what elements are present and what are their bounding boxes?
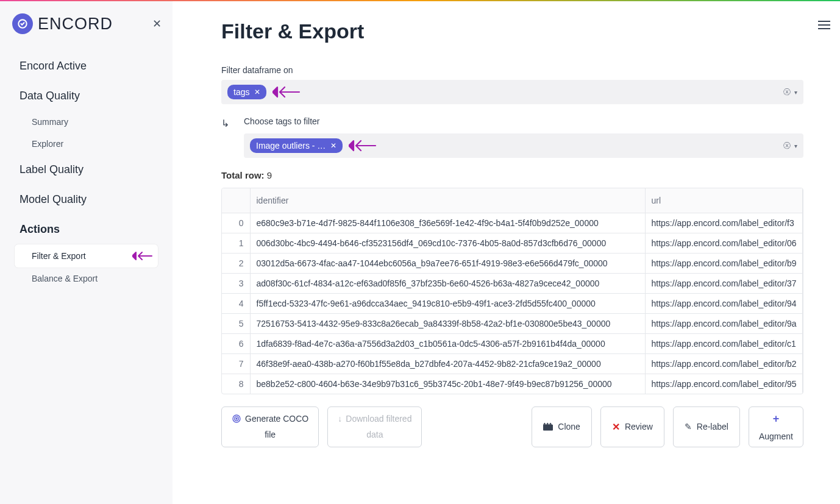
chip-remove-icon[interactable]: ✕ xyxy=(254,88,260,96)
movie-icon xyxy=(543,422,553,431)
main-content: Filter & Export Filter dataframe on tags… xyxy=(173,1,840,504)
table-row[interactable]: 0e680c9e3-b71e-4d7f-9825-844f1106e308_f3… xyxy=(222,213,803,233)
sidebar-nav: Encord Active Data Quality Summary Explo… xyxy=(0,51,173,289)
col-header-index[interactable] xyxy=(222,188,250,213)
filter-label: Filter dataframe on xyxy=(221,65,803,75)
table-row[interactable]: 746f38e9f-aea0-438b-a270-f60b1f55e8da_b2… xyxy=(222,353,803,374)
sidebar-item-actions[interactable]: Actions xyxy=(15,215,158,244)
row-url: https://app.encord.com/label_editor/9a xyxy=(645,313,803,333)
filter-dropdown-icon[interactable]: ▾ xyxy=(794,89,797,96)
page-title: Filter & Export xyxy=(221,20,803,43)
row-url: https://app.encord.com/label_editor/f3 xyxy=(645,213,803,233)
generate-coco-button[interactable]: Generate COCO file xyxy=(221,406,319,448)
row-index: 6 xyxy=(222,333,250,353)
row-identifier: e680c9e3-b71e-4d7f-9825-844f1106e308_f36… xyxy=(250,213,645,233)
table-row[interactable]: 4f5ff1ecd-5323-47fc-9e61-a96dcca34aec_94… xyxy=(222,293,803,313)
row-index: 4 xyxy=(222,293,250,313)
row-identifier: ad08f30c-61cf-4834-a12c-ef63ad0f85f6_37b… xyxy=(250,273,645,293)
total-label: Total row: xyxy=(221,170,265,180)
results-table: identifier url 0e680c9e3-b71e-4d7f-9825-… xyxy=(221,188,803,394)
total-value: 9 xyxy=(267,170,272,180)
table-row[interactable]: 3ad08f30c-61cf-4834-a12c-ef63ad0f85f6_37… xyxy=(222,273,803,293)
btn-label: Review xyxy=(625,422,653,431)
x-icon: ✕ xyxy=(612,421,620,433)
btn-label-line1: Generate COCO xyxy=(245,413,308,424)
sidebar-item-filter-export[interactable]: Filter & Export xyxy=(15,244,158,268)
sidebar-item-balance-export[interactable]: Balance & Export xyxy=(15,268,158,289)
table-row[interactable]: 203012d5a-6673-4fac-aa47-1044ebc6056a_b9… xyxy=(222,253,803,273)
row-index: 0 xyxy=(222,213,250,233)
menu-icon[interactable] xyxy=(818,18,830,32)
svg-point-3 xyxy=(236,418,237,419)
btn-label-line2: file xyxy=(265,429,276,440)
tag-chip-image-outliers[interactable]: Image outliers - … ✕ xyxy=(250,138,343,153)
sidebar-item-label-quality[interactable]: Label Quality xyxy=(15,155,158,185)
logo: ENCORD xyxy=(0,13,173,51)
table-row[interactable]: 61dfa6839-f8ad-4e7c-a36a-a7556d3a2d03_c1… xyxy=(222,333,803,353)
col-header-url[interactable]: url xyxy=(645,188,803,213)
tags-dropdown-icon[interactable]: ▾ xyxy=(794,143,797,149)
row-url: https://app.encord.com/label_editor/b9 xyxy=(645,253,803,273)
table-row[interactable]: 1006d30bc-4bc9-4494-b646-cf3523156df4_06… xyxy=(222,233,803,253)
btn-label: Re-label xyxy=(697,422,728,431)
close-sidebar-icon[interactable]: ✕ xyxy=(152,17,162,30)
row-identifier: 72516753-5413-4432-95e9-833c8a26ecab_9a8… xyxy=(250,313,645,333)
indent-arrow-icon: ↳ xyxy=(221,116,229,129)
clear-tags-icon[interactable]: ⓧ xyxy=(783,141,791,151)
sidebar-item-label: Filter & Export xyxy=(32,251,86,261)
total-row-count: Total row: 9 xyxy=(221,170,803,180)
clear-filters-icon[interactable]: ⓧ xyxy=(783,87,791,98)
relabel-button[interactable]: ✎ Re-label xyxy=(673,406,740,448)
spiral-icon xyxy=(232,414,241,424)
svg-rect-4 xyxy=(543,425,553,431)
row-index: 1 xyxy=(222,233,250,253)
logo-text: ENCORD xyxy=(38,15,113,34)
callout-arrow-icon xyxy=(272,85,301,99)
chip-label: Image outliers - … xyxy=(256,141,326,151)
row-url: https://app.encord.com/label_editor/94 xyxy=(645,293,803,313)
row-index: 8 xyxy=(222,374,250,394)
sidebar-item-summary[interactable]: Summary xyxy=(15,111,158,133)
sidebar-item-model-quality[interactable]: Model Quality xyxy=(15,185,158,215)
download-icon: ↓ xyxy=(338,413,342,424)
row-index: 5 xyxy=(222,313,250,333)
actions-row: Generate COCO file ↓ Download filtered d… xyxy=(221,406,803,448)
row-identifier: 1dfa6839-f8ad-4e7c-a36a-a7556d3a2d03_c1b… xyxy=(250,333,645,353)
row-identifier: be8b2e52-c800-4604-b63e-34e9b97b31c6_95b… xyxy=(250,374,645,394)
btn-label-line1: Download filtered xyxy=(346,413,411,424)
row-identifier: f5ff1ecd-5323-47fc-9e61-a96dcca34aec_941… xyxy=(250,293,645,313)
row-url: https://app.encord.com/label_editor/37 xyxy=(645,273,803,293)
table-row[interactable]: 8be8b2e52-c800-4604-b63e-34e9b97b31c6_95… xyxy=(222,374,803,394)
row-url: https://app.encord.com/label_editor/95 xyxy=(645,374,803,394)
chip-remove-icon[interactable]: ✕ xyxy=(330,141,336,150)
row-index: 3 xyxy=(222,273,250,293)
sidebar: ENCORD ✕ Encord Active Data Quality Summ… xyxy=(0,1,173,504)
sidebar-item-encord-active[interactable]: Encord Active xyxy=(15,51,158,81)
callout-arrow-icon xyxy=(349,139,377,152)
table-header-row: identifier url xyxy=(222,188,803,213)
btn-label: Clone xyxy=(558,422,580,431)
review-button[interactable]: ✕ Review xyxy=(600,406,664,448)
table-row[interactable]: 572516753-5413-4432-95e9-833c8a26ecab_9a… xyxy=(222,313,803,333)
row-identifier: 006d30bc-4bc9-4494-b646-cf3523156df4_069… xyxy=(250,233,645,253)
row-url: https://app.encord.com/label_editor/06 xyxy=(645,233,803,253)
btn-label-line2: data xyxy=(366,429,383,440)
callout-arrow-icon xyxy=(132,250,153,261)
download-filtered-button[interactable]: ↓ Download filtered data xyxy=(327,406,422,448)
col-header-identifier[interactable]: identifier xyxy=(250,188,645,213)
row-identifier: 46f38e9f-aea0-438b-a270-f60b1f55e8da_b27… xyxy=(250,353,645,374)
btn-label: Augment xyxy=(759,431,793,442)
sidebar-item-explorer[interactable]: Explorer xyxy=(15,133,158,155)
row-url: https://app.encord.com/label_editor/b2 xyxy=(645,353,803,374)
row-url: https://app.encord.com/label_editor/c1 xyxy=(645,333,803,353)
choose-tags-label: Choose tags to filter xyxy=(244,116,803,126)
filter-chip-bar[interactable]: tags ✕ ⓧ ▾ xyxy=(221,80,803,104)
augment-button[interactable]: + Augment xyxy=(749,406,803,448)
row-identifier: 03012d5a-6673-4fac-aa47-1044ebc6056a_b9a… xyxy=(250,253,645,273)
tags-chip-bar[interactable]: Image outliers - … ✕ ⓧ ▾ xyxy=(244,133,803,158)
plus-icon: + xyxy=(773,412,780,426)
chip-label: tags xyxy=(233,87,249,97)
clone-button[interactable]: Clone xyxy=(532,406,592,448)
filter-chip-tags[interactable]: tags ✕ xyxy=(227,85,266,99)
sidebar-item-data-quality[interactable]: Data Quality xyxy=(15,81,158,111)
